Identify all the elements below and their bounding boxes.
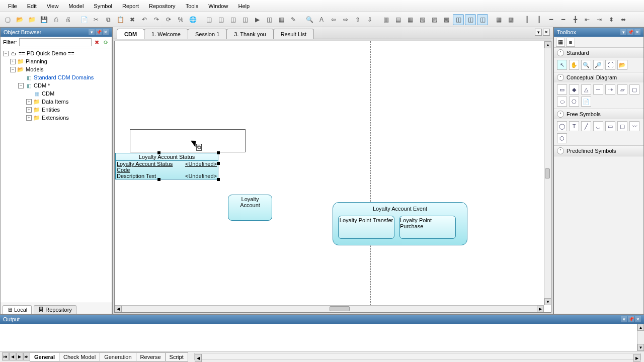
polygon-tool-icon[interactable]: ⬡: [557, 133, 567, 143]
menu-window[interactable]: Window: [203, 2, 233, 11]
tb-icon-1[interactable]: ◫: [203, 14, 214, 25]
scroll-right-icon[interactable]: ▶: [633, 354, 640, 362]
tab-thankyou[interactable]: 3. Thank you: [226, 29, 273, 39]
vertical-scrollbar[interactable]: ▲ ▼: [544, 41, 551, 305]
tab-menu-icon[interactable]: ▾: [535, 29, 542, 36]
copy-icon[interactable]: ⧉: [103, 14, 114, 25]
polyline-tool-icon[interactable]: 〰: [629, 121, 639, 131]
align-icon-4[interactable]: ━: [557, 14, 569, 25]
diagram-canvas[interactable]: Loyalty Account Status Loyalty Account S…: [115, 41, 544, 305]
entity-loyalty-account-event[interactable]: Loyalty Account Event Loyalty Point Tran…: [333, 202, 467, 245]
line-tool-icon[interactable]: ╱: [581, 121, 591, 131]
open-icon[interactable]: 📂: [14, 14, 25, 25]
paste-icon[interactable]: 📋: [115, 14, 126, 25]
tree-data-items[interactable]: + Data Items: [1, 98, 112, 106]
grid2-icon[interactable]: ▩: [505, 14, 516, 25]
tool-icon[interactable]: ⎔: [569, 97, 579, 107]
btab-first-icon[interactable]: ⏮: [2, 352, 9, 360]
scroll-left-icon[interactable]: ◀: [195, 354, 202, 362]
selection-handle[interactable]: [217, 151, 220, 154]
close-icon[interactable]: ✕: [103, 29, 109, 35]
horizontal-scrollbar[interactable]: ◀ ▶: [115, 305, 544, 312]
toolbox-conceptual-header[interactable]: ˄ Conceptual Diagram: [554, 72, 643, 82]
selection-handle[interactable]: [157, 151, 160, 154]
btab-general[interactable]: General: [30, 352, 59, 361]
toolbox-view-icon-2[interactable]: ≡: [566, 38, 575, 47]
hand-tool-icon[interactable]: ✋: [569, 60, 579, 70]
printpreview-icon[interactable]: 📄: [78, 14, 90, 25]
open2-icon[interactable]: 📁: [26, 14, 37, 25]
align-icon-9[interactable]: ⬌: [618, 14, 629, 25]
tab-cdm[interactable]: CDM: [117, 29, 144, 39]
menu-report[interactable]: Report: [117, 2, 144, 11]
tab-repository[interactable]: 🗄 Repository: [34, 305, 76, 314]
align-icon-1[interactable]: ┃: [521, 14, 532, 25]
menu-view[interactable]: View: [42, 2, 64, 11]
btab-checkmodel[interactable]: Check Model: [59, 352, 100, 361]
tree-cdm[interactable]: CDM: [1, 89, 112, 98]
tree-extensions[interactable]: + Extensions: [1, 114, 112, 122]
pin-icon[interactable]: 📌: [96, 29, 102, 35]
up-icon[interactable]: ⇧: [352, 14, 363, 25]
btab-reverse[interactable]: Reverse: [136, 352, 166, 361]
tool-icon[interactable]: ⬭: [557, 97, 567, 107]
percent-icon[interactable]: %: [175, 14, 186, 25]
layout-icon-7[interactable]: ◫: [453, 14, 464, 25]
tb-icon-7[interactable]: ▦: [276, 14, 287, 25]
arc-tool-icon[interactable]: ◡: [593, 121, 603, 131]
save-icon[interactable]: 💾: [38, 14, 49, 25]
layout-icon-4[interactable]: ▧: [417, 14, 428, 25]
selection-handle[interactable]: [157, 178, 160, 181]
menu-help[interactable]: Help: [233, 2, 255, 11]
new-icon[interactable]: ▢: [2, 14, 13, 25]
toolbox-standard-header[interactable]: ˄ Standard: [554, 48, 643, 58]
tb-icon-2[interactable]: ◫: [215, 14, 226, 25]
btab-scroll-track[interactable]: ◀ ▶: [194, 353, 641, 360]
layout-icon-8[interactable]: ◫: [465, 14, 476, 25]
pin-icon[interactable]: 📌: [627, 29, 633, 35]
menu-file[interactable]: File: [3, 2, 22, 11]
align-icon-8[interactable]: ⬍: [606, 14, 617, 25]
btab-next-icon[interactable]: ▶: [16, 352, 23, 360]
layout-icon-9[interactable]: ◫: [477, 14, 488, 25]
entity-loyalty-point-purchase[interactable]: Loyalty Point Purchase: [399, 216, 456, 239]
tool-icon[interactable]: 📄: [581, 97, 591, 107]
align-icon-7[interactable]: ⇥: [594, 14, 605, 25]
toolbox-predefined-header[interactable]: ˅ Predefined Symbols: [554, 146, 643, 156]
find-icon[interactable]: 🔍: [304, 14, 315, 25]
down-icon[interactable]: ⇩: [364, 14, 375, 25]
pin-icon[interactable]: 📌: [628, 316, 634, 322]
toolbox-free-header[interactable]: ˄ Free Symbols: [554, 109, 643, 119]
scroll-down-icon[interactable]: ▼: [544, 298, 551, 305]
zoom-fit-icon[interactable]: ⛶: [605, 60, 615, 70]
zoom-in-icon[interactable]: 🔍: [581, 60, 591, 70]
rect-tool-icon[interactable]: ▭: [605, 121, 615, 131]
dropdown-icon[interactable]: ▾: [620, 29, 626, 35]
layout-icon-5[interactable]: ▨: [429, 14, 440, 25]
tool-icon[interactable]: ▱: [617, 84, 627, 95]
entity-tool-icon[interactable]: ▭: [557, 84, 567, 95]
inheritance-tool-icon[interactable]: △: [581, 84, 591, 95]
layout-icon-6[interactable]: ▩: [441, 14, 452, 25]
roundrect-tool-icon[interactable]: ▢: [617, 121, 627, 131]
selection-handle[interactable]: [217, 162, 220, 165]
tab-welcome[interactable]: 1. Welcome: [144, 29, 188, 39]
btab-script[interactable]: Script: [165, 352, 188, 361]
scroll-right-icon[interactable]: ▶: [537, 306, 544, 313]
hscroll-thumb[interactable]: [330, 306, 350, 311]
vscroll-thumb[interactable]: [545, 168, 550, 178]
zoom-out-icon[interactable]: 🔎: [593, 60, 603, 70]
align-icon-6[interactable]: ⇤: [582, 14, 593, 25]
entity-loyalty-account-status[interactable]: Loyalty Account Status Loyalty Account S…: [115, 153, 218, 179]
ellipse-tool-icon[interactable]: ◯: [557, 121, 567, 131]
open-tool-icon[interactable]: 📂: [617, 60, 627, 70]
refresh-filter-icon[interactable]: ⟳: [102, 39, 109, 46]
menu-symbol[interactable]: Symbol: [89, 2, 117, 11]
globe-icon[interactable]: 🌐: [187, 14, 198, 25]
menu-repository[interactable]: Repository: [144, 2, 181, 11]
btab-prev-icon[interactable]: ◀: [9, 352, 16, 360]
tab-session1[interactable]: Session 1: [188, 29, 227, 39]
dropdown-icon[interactable]: ▾: [89, 29, 95, 35]
tb-icon-3[interactable]: ◫: [227, 14, 238, 25]
tab-resultlist[interactable]: Result List: [273, 29, 314, 39]
